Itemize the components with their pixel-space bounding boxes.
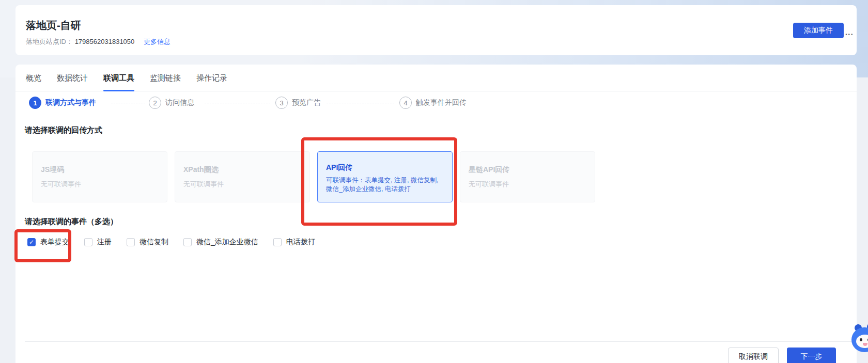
footer-divider [25, 341, 857, 342]
step-3-number: 3 [275, 97, 288, 109]
method-card-starlink-api-desc: 无可联调事件 [469, 180, 586, 189]
checkbox-wechat-add-enterprise-label: 微信_添加企业微信 [196, 238, 258, 247]
checkbox-wechat-copy-box[interactable] [127, 238, 135, 246]
event-checkbox-row: ✓ 表单提交 注册 微信复制 微信_添加企业微信 电话拨打 [27, 238, 315, 247]
step-3-label: 预览广告 [292, 98, 321, 107]
step-1-label: 联调方式与事件 [45, 98, 96, 107]
checkbox-wechat-copy-label: 微信复制 [140, 238, 168, 247]
page-title: 落地页-自研 [26, 19, 81, 33]
check-icon: ✓ [29, 239, 34, 245]
checkbox-register-label: 注册 [97, 238, 112, 247]
checkbox-register[interactable]: 注册 [84, 238, 112, 247]
step-4-label: 触发事件并回传 [416, 98, 467, 107]
step-2: 2 访问信息 [149, 97, 194, 109]
page-header: 落地页-自研 落地页站点ID： 1798562031831050 更多信息 添加… [16, 5, 857, 55]
more-menu-icon[interactable]: ... [845, 28, 854, 37]
checkbox-form-submit-box[interactable]: ✓ [27, 238, 36, 246]
step-connector-1 [111, 103, 145, 103]
checkbox-phone-call-box[interactable] [273, 238, 282, 246]
tab-statistics[interactable]: 数据统计 [57, 65, 88, 91]
method-card-js-desc: 无可联调事件 [41, 180, 159, 189]
main-panel: 概览 数据统计 联调工具 监测链接 操作记录 1 联调方式与事件 2 访问信息 … [16, 65, 857, 363]
method-card-js[interactable]: JS埋码 无可联调事件 [32, 151, 167, 202]
tab-monitor-links[interactable]: 监测链接 [150, 65, 181, 91]
site-id-label: 落地页站点ID： [26, 38, 73, 45]
next-step-button[interactable]: 下一步 [787, 348, 836, 363]
event-section-heading: 请选择联调的事件（多选） [25, 217, 118, 227]
checkbox-phone-call[interactable]: 电话拨打 [273, 238, 315, 247]
method-card-api-title: API回传 [326, 163, 444, 172]
step-4-number: 4 [399, 97, 412, 109]
method-card-api-desc: 可联调事件：表单提交, 注册, 微信复制, 微信_添加企业微信, 电话拨打 [326, 176, 444, 194]
mascot-eye-left-icon [860, 338, 862, 341]
site-id-value: 1798562031831050 [75, 38, 135, 45]
checkbox-phone-call-label: 电话拨打 [286, 238, 315, 247]
cancel-debug-button[interactable]: 取消联调 [728, 348, 779, 363]
tab-overview[interactable]: 概览 [26, 65, 41, 91]
checkbox-register-box[interactable] [84, 238, 92, 246]
checkbox-form-submit-label: 表单提交 [40, 238, 69, 247]
tab-operation-log[interactable]: 操作记录 [196, 65, 227, 91]
more-info-link[interactable]: 更多信息 [144, 38, 171, 45]
step-4: 4 触发事件并回传 [399, 97, 467, 109]
tab-bar: 概览 数据统计 联调工具 监测链接 操作记录 [16, 65, 857, 91]
checkbox-wechat-copy[interactable]: 微信复制 [127, 238, 168, 247]
step-connector-2 [205, 103, 270, 103]
method-card-api[interactable]: API回传 可联调事件：表单提交, 注册, 微信复制, 微信_添加企业微信, 电… [317, 151, 453, 202]
step-2-number: 2 [149, 97, 161, 109]
method-card-xpath[interactable]: XPath圈选 无可联调事件 [175, 151, 310, 202]
method-section-heading: 请选择联调的回传方式 [25, 125, 102, 135]
checkbox-wechat-add-enterprise-box[interactable] [183, 238, 192, 246]
step-connector-3 [327, 103, 394, 103]
step-1: 1 联调方式与事件 [29, 97, 96, 109]
mascot-avatar[interactable] [851, 324, 868, 355]
checkbox-wechat-add-enterprise[interactable]: 微信_添加企业微信 [183, 238, 258, 247]
method-card-starlink-api[interactable]: 星链API回传 无可联调事件 [460, 151, 595, 202]
footer-buttons: 取消联调 下一步 [728, 348, 836, 363]
method-cards-row: JS埋码 无可联调事件 XPath圈选 无可联调事件 API回传 可联调事件：表… [32, 151, 595, 202]
step-2-label: 访问信息 [165, 98, 194, 107]
method-card-xpath-desc: 无可联调事件 [183, 180, 301, 189]
checkbox-form-submit[interactable]: ✓ 表单提交 [27, 238, 69, 247]
step-1-number: 1 [29, 97, 41, 109]
method-card-js-title: JS埋码 [41, 165, 159, 175]
step-3: 3 预览广告 [275, 97, 321, 109]
tab-debug-tool[interactable]: 联调工具 [103, 65, 134, 91]
add-event-button[interactable]: 添加事件 [793, 23, 844, 38]
site-id-row: 落地页站点ID： 1798562031831050 更多信息 [26, 37, 171, 46]
method-card-xpath-title: XPath圈选 [183, 165, 301, 175]
method-card-starlink-api-title: 星链API回传 [469, 165, 586, 175]
